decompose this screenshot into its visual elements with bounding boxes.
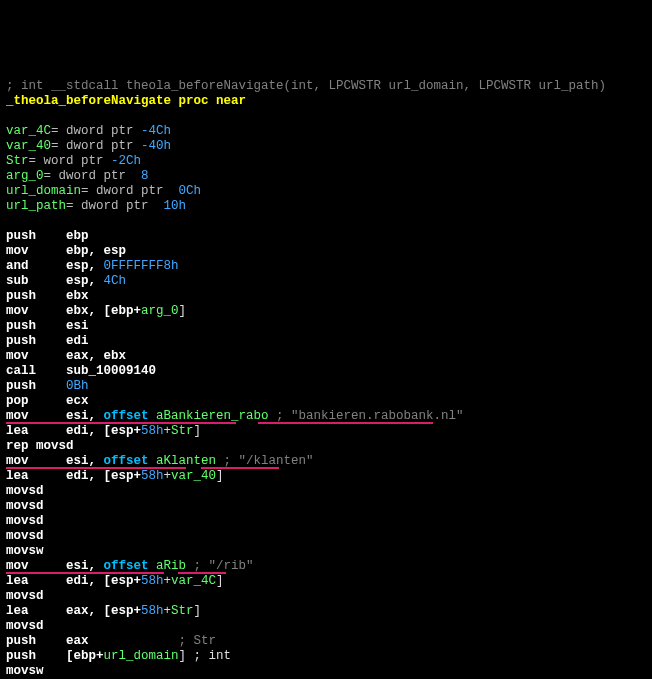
asm-line: push 0Bh — [6, 379, 89, 393]
asm-line: and esp, 0FFFFFFF8h — [6, 259, 179, 273]
var-decl: url_path= dword ptr 10h — [6, 199, 186, 213]
asm-line: movsd — [6, 589, 44, 603]
asm-line: mov eax, ebx — [6, 349, 126, 363]
asm-line: movsd — [6, 514, 44, 528]
asm-line: lea eax, [esp+58h+Str] — [6, 604, 201, 618]
asm-line: push ebp — [6, 229, 89, 243]
asm-line: rep movsd — [6, 439, 74, 453]
asm-line: mov ebp, esp — [6, 244, 126, 258]
asm-line: lea edi, [esp+58h+var_40] — [6, 469, 224, 483]
asm-line: push esi — [6, 319, 89, 333]
asm-line-highlighted: mov esi, offset aBankieren_rabo ; "banki… — [6, 409, 464, 423]
asm-line: pop ecx — [6, 394, 89, 408]
blank — [6, 109, 14, 123]
asm-line: movsd — [6, 484, 44, 498]
var-decl: var_4C= dword ptr -4Ch — [6, 124, 171, 138]
var-decl: arg_0= dword ptr 8 — [6, 169, 149, 183]
var-decl: Str= word ptr -2Ch — [6, 154, 141, 168]
asm-line: push eax ; Str — [6, 634, 216, 648]
asm-line: mov ebx, [ebp+arg_0] — [6, 304, 186, 318]
highlight-underline — [258, 422, 433, 424]
asm-line: lea edi, [esp+58h+var_4C] — [6, 574, 224, 588]
disassembly-view: ; int __stdcall theola_beforeNavigate(in… — [6, 64, 646, 679]
asm-line: movsw — [6, 544, 44, 558]
var-decl: url_domain= dword ptr 0Ch — [6, 184, 201, 198]
asm-line: push [ebp+url_domain] ; int — [6, 649, 231, 663]
asm-line: push ebx — [6, 289, 89, 303]
asm-line: movsd — [6, 619, 44, 633]
asm-line: movsw — [6, 664, 44, 678]
asm-line-highlighted: mov esi, offset aRib ; "/rib" — [6, 559, 254, 573]
signature-comment: ; int __stdcall theola_beforeNavigate(in… — [6, 79, 606, 93]
asm-line: sub esp, 4Ch — [6, 274, 126, 288]
var-decl: var_40= dword ptr -40h — [6, 139, 171, 153]
asm-line: movsd — [6, 499, 44, 513]
asm-line: call sub_10009140 — [6, 364, 156, 378]
asm-line-highlighted: mov esi, offset aKlanten ; "/klanten" — [6, 454, 314, 468]
asm-line: push edi — [6, 334, 89, 348]
asm-line: movsd — [6, 529, 44, 543]
proc-declaration: _theola_beforeNavigate proc near — [6, 94, 246, 108]
asm-line: lea edi, [esp+58h+Str] — [6, 424, 201, 438]
blank — [6, 214, 14, 228]
